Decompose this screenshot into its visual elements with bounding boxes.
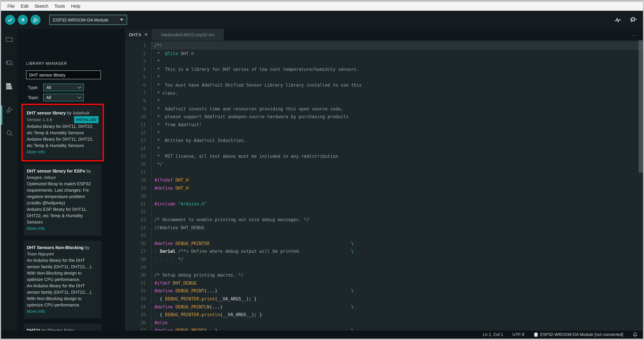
library-result-card[interactable]: DHT Sensors Non-Blocking by Toan NguyenA… <box>24 241 102 318</box>
library-result-card[interactable]: DHT sensor library by AdafruitVersion 1.… <box>24 106 102 159</box>
library-by: by <box>85 168 91 174</box>
line-number: 12 <box>125 129 151 137</box>
tab-label: hardcoded-dht22-esp32.ino <box>161 32 214 37</box>
filter-label: Type: <box>28 85 43 90</box>
library-result-card[interactable]: DHT sensor library for ESPx by beegee_to… <box>24 164 102 236</box>
code-editor[interactable]: 1/*!2 * @file DHT.h3 *4 * This is a libr… <box>125 40 643 330</box>
library-name: DHT sensor library for ESPx <box>27 168 85 174</box>
filter-select-topic[interactable]: All <box>43 94 84 101</box>
line-content: │ { DEBUG_PRINTER.print(__VA_ARGS__); } <box>151 295 643 303</box>
line-number: 34 <box>125 303 151 311</box>
menu-item-help[interactable]: Help <box>68 4 84 9</box>
line-number: 32 <box>125 287 151 295</box>
cursor-position: Ln 1, Col 1 <box>483 332 503 337</box>
editor-tab-dht.h[interactable]: DHT.h✕ <box>125 29 152 40</box>
window-bottom-frame <box>1 339 643 340</box>
line-number: 29 <box>125 263 151 271</box>
board-status[interactable]: ESP32-WROOM-DA Module [not connected] <box>534 332 623 337</box>
line-number: 4 <box>125 65 151 73</box>
status-bar: Ln 1, Col 1 UTF-8 ESP32-WROOM-DA Module … <box>1 330 643 339</box>
library-by: by <box>84 245 90 250</box>
menu-item-sketch[interactable]: Sketch <box>32 4 52 9</box>
chevron-down-icon <box>78 85 82 88</box>
code-line: 3 * <box>125 57 643 65</box>
library-name: DHT Sensors Non-Blocking <box>27 245 84 250</box>
line-number: 8 <box>125 97 151 105</box>
code-line: 5 * <box>125 73 643 81</box>
code-line: 25 <box>125 232 643 240</box>
more-info-link[interactable]: More info <box>27 308 98 314</box>
line-content: * Written by Adafruit Industries. <box>151 137 643 144</box>
library-search-input[interactable] <box>29 72 98 77</box>
activity-bar <box>1 29 18 330</box>
sidebar-item-boards-manager[interactable] <box>5 58 14 67</box>
line-content: #include "Arduino.h" <box>151 200 643 208</box>
sidebar-item-debug[interactable] <box>5 105 14 114</box>
line-number: 26 <box>125 240 151 248</box>
library-author: Adafruit <box>73 110 90 115</box>
line-content: #define DEBUG_PRINTLN(...) \ <box>151 303 643 311</box>
active-tab-indicator <box>1 105 2 125</box>
scrollbar-thumb[interactable] <box>639 40 643 173</box>
more-info-link[interactable]: More info <box>27 225 98 232</box>
line-number: 20 <box>125 192 151 200</box>
library-version: Version 1.4.6 <box>27 116 52 123</box>
sidebar-item-sketchbook[interactable] <box>5 35 14 44</box>
line-number: 7 <box>125 89 151 97</box>
books-icon <box>5 82 14 91</box>
line-content: #define DEBUG_PRINT(...) \ <box>151 287 643 295</box>
library-description: An Arduino library for the DHT sensor fa… <box>27 257 98 308</box>
library-author: Dhruba Saha <box>48 328 74 330</box>
code-line: 34#define DEBUG_PRINTLN(...) \ <box>125 303 643 311</box>
line-content <box>151 192 643 200</box>
code-line: 6 * You must have Adafruit Unified Senso… <box>125 81 643 89</box>
serial-plotter-icon[interactable] <box>614 16 622 24</box>
more-info-link[interactable]: More info <box>27 149 98 155</box>
editor-group: DHT.h✕hardcoded-dht22-esp32.ino··· 1/*!2… <box>125 29 643 330</box>
chevron-down-icon <box>120 19 123 21</box>
upload-button[interactable] <box>18 15 28 25</box>
code-line: 32#define DEBUG_PRINT(...) \ <box>125 287 643 295</box>
editor-tab-hardcoded-dht22-esp32.ino[interactable]: hardcoded-dht22-esp32.ino <box>152 29 224 40</box>
bug-play-icon <box>32 17 39 23</box>
sidebar-item-library-manager[interactable] <box>5 82 14 91</box>
board-selector[interactable]: ESP32-WROOM-DA Module <box>49 15 127 25</box>
menu-item-file[interactable]: File <box>4 4 18 9</box>
line-number: 37 <box>125 327 151 330</box>
code-line: 35│ { DEBUG_PRINTER.println(__VA_ARGS__)… <box>125 311 643 319</box>
library-version-row: Version 1.4.6INSTALLED <box>27 116 98 123</box>
menu-item-edit[interactable]: Edit <box>18 4 32 9</box>
code-line: 7 * class. <box>125 89 643 97</box>
debug-button[interactable] <box>30 15 40 25</box>
library-result-card[interactable]: DHT11 by Dhruba SahaThis library provide… <box>24 323 102 330</box>
line-content: * class. <box>151 89 643 97</box>
code-line: 36#else <box>125 319 643 327</box>
library-search-box[interactable] <box>26 71 101 79</box>
line-content: /* Uncomment to enable printing out nice… <box>151 216 643 224</box>
serial-monitor-icon[interactable] <box>629 16 637 24</box>
line-content <box>151 208 643 216</box>
line-number: 9 <box>125 105 151 113</box>
close-icon[interactable]: ✕ <box>144 32 148 37</box>
line-content: │ │ │ │ */ <box>151 255 643 263</box>
library-name: DHT sensor library <box>27 110 66 115</box>
code-line: 22 <box>125 208 643 216</box>
line-content <box>151 168 643 176</box>
filter-select-type[interactable]: All <box>43 84 84 91</box>
line-content <box>151 263 643 271</box>
verify-button[interactable] <box>5 15 15 25</box>
library-description: Arduino library for DHT11, DHT22, etc Te… <box>27 123 98 149</box>
sidebar-item-search[interactable] <box>5 129 14 138</box>
line-number: 23 <box>125 216 151 224</box>
line-content: * <box>151 129 643 137</box>
line-number: 3 <box>125 57 151 65</box>
line-number: 28 <box>125 255 151 263</box>
notifications-bell-icon[interactable] <box>632 332 638 337</box>
library-by: by <box>40 328 48 330</box>
library-manager-panel: LIBRARY MANAGER Type:AllTopic:All DHT se… <box>18 29 125 330</box>
menu-item-tools[interactable]: Tools <box>52 4 68 9</box>
line-content: * Adafruit invests time and resources pr… <box>151 105 643 113</box>
more-actions-button[interactable]: ··· <box>631 29 638 40</box>
line-content: //#define DHT_DEBUG <box>151 224 643 232</box>
editor-scrollbar[interactable] <box>638 40 643 330</box>
